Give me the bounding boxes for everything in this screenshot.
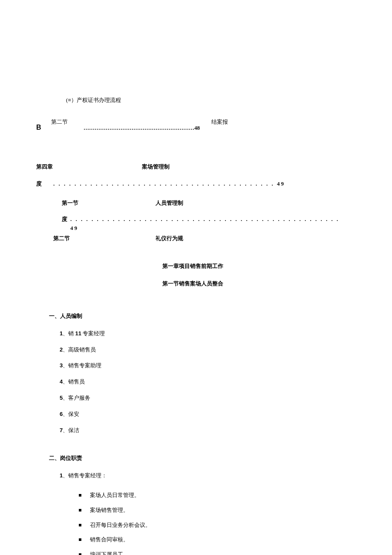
bullet-text: 案场人员日常管理。 <box>90 492 140 498</box>
staffing-list: 1、销 11 专案经理 2、高级销售员 3、销售专案助理 4、销售员 5、客户服… <box>60 329 349 435</box>
list-item: 7、保洁 <box>60 426 349 435</box>
item-text: 、销售专案助理 <box>63 362 101 369</box>
toc-b-dots: ……………………………………………………48 <box>84 125 200 131</box>
heading-responsibilities: 二、岗位职责 <box>49 454 349 463</box>
toc-ch4-label: 第四章 <box>36 163 53 171</box>
toc-ch4-sec1-title: 人员管理制 <box>156 199 183 208</box>
responsibilities-lead-list: 1、销售专案经理： <box>60 471 349 480</box>
item-text: 、高级销售员 <box>63 346 96 353</box>
item-text: 、客户服务 <box>63 395 90 401</box>
item-text-bold: 11 <box>75 330 81 337</box>
bullet-item: 培训下属员工。 <box>79 550 349 555</box>
item-text-pre: 、销 <box>63 330 75 337</box>
list-item: 5、客户服务 <box>60 394 349 403</box>
toc-ch4-section1: 第一节 人员管理制 <box>36 199 349 207</box>
list-item: 3、销售专案助理 <box>60 361 349 370</box>
responsibilities-bullets: 案场人员日常管理。 案场销售管理。 召开每日业务分析会议。 销售合同审核。 培训… <box>79 491 349 555</box>
toc-ch4-section2: 第二节 礼仪行为规 <box>36 234 349 243</box>
toc-entry-b: B ……………………………………………………48 <box>36 122 349 133</box>
list-item: 4、销售员 <box>60 378 349 386</box>
item-text: 、销售专案经理： <box>63 472 107 479</box>
section-heading: 第一节销售案场人员整合 <box>36 279 349 288</box>
bullet-item: 销售合同审核。 <box>79 535 349 544</box>
bullet-text: 案场销售管理。 <box>90 507 129 513</box>
toc-chapter4-line2: 度 . . . . . . . . . . . . . . . . . . . … <box>36 180 349 188</box>
list-item: 1、销 11 专案经理 <box>60 329 349 338</box>
item-text: 、保洁 <box>63 427 79 433</box>
toc-section2-title: 结案报 <box>211 118 228 127</box>
toc-entry-property-cert: (≡）产权证书办理流程 <box>66 96 349 105</box>
chapter-heading: 第一章项目销售前期工作 <box>36 262 349 271</box>
toc-ch4-sec1-label: 第一节 <box>62 199 78 208</box>
square-bullet-icon <box>79 494 81 497</box>
toc-ch4-sec1-dots: . . . . . . . . . . . . . . . . . . . . … <box>70 215 349 233</box>
square-bullet-icon <box>79 509 81 511</box>
toc-ch4-sec2-title: 礼仪行为规 <box>156 234 183 243</box>
item-text: 、保安 <box>63 411 79 417</box>
item-text: 、销售员 <box>63 378 85 385</box>
bullet-item: 案场销售管理。 <box>79 506 349 515</box>
bullet-item: 召开每日业务分析会议。 <box>79 521 349 530</box>
square-bullet-icon <box>79 538 81 541</box>
list-item: 2、高级销售员 <box>60 346 349 355</box>
toc-ch4-title: 案场管理制 <box>142 163 170 171</box>
toc-ch4-du: 度 <box>36 180 42 189</box>
heading-staffing: 一、人员编制 <box>49 312 349 321</box>
square-bullet-icon <box>79 553 81 555</box>
list-item: 1、销售专案经理： <box>60 471 349 480</box>
bullet-text: 销售合同审核。 <box>90 536 129 543</box>
toc-ch4-sec1-du: 度 <box>62 215 67 224</box>
bullet-text: 召开每日业务分析会议。 <box>90 522 151 528</box>
item-text-post: 专案经理 <box>81 330 105 337</box>
document-page: (≡）产权证书办理流程 第二节 结案报 B ………………………………………………… <box>0 0 392 555</box>
toc-ch4-dots: . . . . . . . . . . . . . . . . . . . . … <box>53 180 285 189</box>
bullet-text: 培训下属员工。 <box>90 551 129 555</box>
toc-b-letter: B <box>36 122 41 133</box>
bullet-item: 案场人员日常管理。 <box>79 491 349 500</box>
toc-chapter4: 第四章 案场管理制 <box>36 163 349 175</box>
square-bullet-icon <box>79 524 81 526</box>
toc-ch4-sec2-label: 第二节 <box>53 234 70 243</box>
toc-ch4-section1-line2: 度 . . . . . . . . . . . . . . . . . . . … <box>36 215 349 224</box>
list-item: 6、保安 <box>60 410 349 419</box>
toc-section2-label: 第二节 <box>51 118 68 127</box>
